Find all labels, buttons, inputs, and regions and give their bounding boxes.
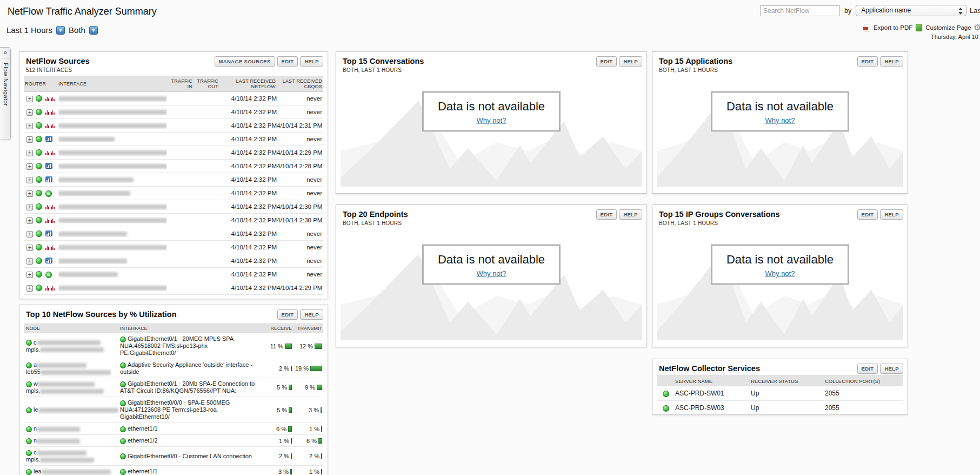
- interface-link[interactable]: ethernet1/2: [128, 437, 158, 444]
- status-up-icon: [36, 230, 42, 237]
- expand-icon[interactable]: +: [26, 150, 33, 156]
- expand-icon[interactable]: +: [26, 217, 33, 224]
- table-row: +4/10/14 2:32 PM4/10/14 2:29 PM: [24, 146, 323, 160]
- direction-dropdown-icon[interactable]: ▼: [89, 26, 98, 35]
- no-data-box: Data is not available Why not?: [711, 91, 849, 131]
- interface-link[interactable]: ethernet1/1: [128, 468, 158, 474]
- expand-icon[interactable]: +: [26, 177, 33, 183]
- node-name-redacted[interactable]: n: [24, 437, 120, 444]
- status-up-icon: [36, 95, 42, 102]
- flow-navigator-tab[interactable]: » Flow Navigator: [0, 47, 11, 140]
- help-button[interactable]: HELP: [619, 209, 642, 220]
- status-up-icon: [36, 285, 42, 291]
- node-name-redacted[interactable]: cmpls.: [24, 449, 120, 463]
- interface-link[interactable]: GigabitEthernet0/1 · 20Mb SPA-E Connecti…: [120, 380, 255, 394]
- last-received-cbqos: never: [277, 271, 323, 278]
- chevron-double-right-icon[interactable]: »: [0, 48, 10, 58]
- router-name-redacted[interactable]: [58, 244, 166, 250]
- select-stepper-icon: [958, 8, 963, 15]
- router-name-redacted[interactable]: [58, 122, 166, 129]
- edit-button[interactable]: EDIT: [596, 209, 617, 220]
- status-up-icon: [120, 469, 126, 475]
- expand-icon[interactable]: +: [26, 245, 33, 251]
- router-name-redacted[interactable]: [58, 190, 166, 196]
- router-name-redacted[interactable]: [58, 271, 166, 278]
- time-range-dropdown-icon[interactable]: ▼: [56, 26, 65, 35]
- edit-button[interactable]: EDIT: [277, 309, 298, 320]
- router-name-redacted[interactable]: [58, 258, 166, 264]
- interface-link[interactable]: GigabitEthernet0/0/0 · SPA-E 500MEG NUA:…: [120, 399, 230, 420]
- help-button[interactable]: HELP: [619, 56, 642, 67]
- last-received-cbqos: never: [277, 95, 323, 102]
- collection-ports: 2055: [825, 390, 903, 397]
- expand-icon[interactable]: +: [26, 96, 33, 102]
- router-name-redacted[interactable]: [58, 230, 166, 237]
- why-not-link[interactable]: Why not?: [765, 116, 795, 124]
- expand-icon[interactable]: +: [26, 204, 33, 210]
- interface-link[interactable]: Adaptive Security Appliance 'outside' in…: [120, 361, 252, 375]
- why-not-link[interactable]: Why not?: [765, 269, 795, 278]
- collection-ports: 2055: [825, 404, 903, 412]
- node-name-redacted[interactable]: le: [24, 406, 120, 413]
- edit-button[interactable]: EDIT: [857, 56, 878, 67]
- edit-button[interactable]: EDIT: [857, 364, 878, 374]
- table-row: +4/10/14 2:32 PM4/10/14 2:31 PM: [24, 119, 323, 133]
- expand-icon[interactable]: +: [26, 285, 33, 292]
- manage-sources-button[interactable]: MANAGE SOURCES: [215, 56, 275, 67]
- node-name-redacted[interactable]: wmpls.: [24, 380, 120, 394]
- expand-icon[interactable]: +: [26, 109, 33, 116]
- table-row: +4/10/14 2:32 PMnever: [24, 241, 323, 254]
- search-input[interactable]: [760, 5, 840, 16]
- edit-button[interactable]: EDIT: [857, 209, 878, 220]
- last-received-netflow: 4/10/14 2:32 PM: [219, 149, 277, 156]
- help-button[interactable]: HELP: [880, 364, 903, 374]
- expand-icon[interactable]: +: [26, 123, 33, 129]
- expand-icon[interactable]: +: [26, 272, 33, 278]
- expand-icon[interactable]: +: [26, 163, 33, 170]
- last-received-cbqos: 4/10/14 2:29 PM: [277, 149, 323, 156]
- interface-link[interactable]: GigabitEthernet0/0 · Customer LAN connec…: [128, 453, 252, 459]
- router-name-redacted[interactable]: [58, 163, 166, 169]
- last-received-cbqos: never: [277, 230, 323, 237]
- router-name-redacted[interactable]: [58, 285, 166, 291]
- why-not-link[interactable]: Why not?: [477, 116, 506, 124]
- gear-icon[interactable]: ⚙: [974, 22, 980, 32]
- status-up-icon: [36, 149, 42, 156]
- help-button[interactable]: HELP: [880, 56, 903, 67]
- edit-button[interactable]: EDIT: [596, 56, 617, 67]
- expand-icon[interactable]: +: [26, 190, 33, 197]
- router-name-redacted[interactable]: [58, 95, 166, 102]
- router-name-redacted[interactable]: [58, 149, 166, 156]
- table-row: +4/10/14 2:32 PM4/10/14 2:28 PM: [24, 160, 323, 173]
- edit-button[interactable]: EDIT: [277, 56, 298, 67]
- export-pdf-link[interactable]: Export to PDF: [874, 24, 912, 31]
- expand-icon[interactable]: +: [26, 231, 33, 237]
- customize-page-link[interactable]: Customize Page: [925, 24, 971, 31]
- last-received-netflow: 4/10/14 2:32 PM: [219, 136, 277, 142]
- router-name-redacted[interactable]: [58, 203, 166, 210]
- node-name-redacted[interactable]: aleb55: [24, 361, 120, 375]
- router-name-redacted[interactable]: [58, 176, 166, 183]
- status-up-icon: [26, 381, 32, 387]
- node-name-redacted[interactable]: n: [24, 425, 120, 432]
- router-name-redacted[interactable]: [58, 217, 166, 223]
- pdf-icon: [864, 24, 870, 31]
- last-received-netflow: 4/10/14 2:32 PM: [219, 244, 277, 250]
- node-name-redacted[interactable]: cmpls.: [24, 339, 120, 353]
- cisco-device-icon: [45, 149, 55, 155]
- interface-link[interactable]: ethernet1/1: [128, 425, 158, 432]
- last-received-netflow: 4/10/14 2:32 PM: [219, 109, 277, 115]
- expand-icon[interactable]: +: [26, 136, 33, 143]
- help-button[interactable]: HELP: [300, 309, 323, 320]
- router-name-redacted[interactable]: [58, 136, 166, 142]
- status-up-icon: [120, 362, 126, 368]
- server-name: ASC-PRD-SW03: [675, 404, 751, 412]
- router-name-redacted[interactable]: [58, 109, 166, 115]
- search-by-select[interactable]: Application name: [856, 5, 966, 16]
- node-name-redacted[interactable]: lea: [24, 468, 120, 475]
- interface-link[interactable]: GigabitEthernet0/1 · 20MEG MPLS SPA NUA:…: [120, 335, 233, 356]
- help-button[interactable]: HELP: [300, 56, 323, 67]
- why-not-link[interactable]: Why not?: [477, 269, 506, 278]
- expand-icon[interactable]: +: [26, 258, 33, 265]
- help-button[interactable]: HELP: [880, 209, 903, 220]
